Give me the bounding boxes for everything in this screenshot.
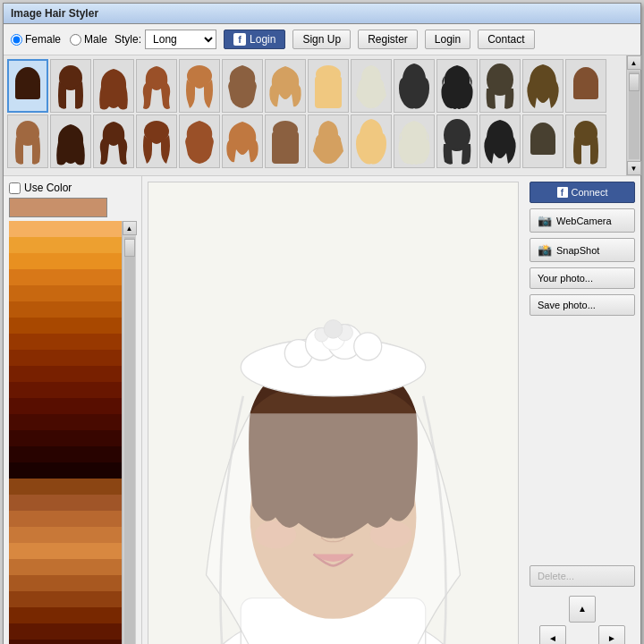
your-photo-button[interactable]: Your photo... bbox=[530, 267, 635, 289]
hair-thumb[interactable] bbox=[136, 59, 177, 113]
hair-thumb[interactable] bbox=[93, 59, 134, 113]
color-swatch-bar[interactable] bbox=[9, 198, 107, 217]
hair-thumb[interactable] bbox=[522, 59, 564, 113]
main-window: Image Hair Styler Female Male Style: Lon… bbox=[3, 3, 641, 644]
hair-thumb[interactable] bbox=[479, 114, 521, 168]
svg-rect-5 bbox=[315, 76, 342, 108]
hair-thumb[interactable] bbox=[50, 59, 91, 113]
fb-login-label: Login bbox=[250, 33, 275, 46]
color-strip[interactable] bbox=[9, 640, 122, 644]
color-strip[interactable] bbox=[9, 543, 122, 559]
hair-thumb[interactable] bbox=[394, 114, 435, 168]
contact-button[interactable]: Contact bbox=[478, 30, 534, 49]
hair-thumb[interactable] bbox=[308, 114, 349, 168]
color-strip[interactable] bbox=[9, 382, 122, 398]
nav-up-button[interactable]: ▲ bbox=[569, 596, 596, 623]
nav-right-button[interactable]: ► bbox=[598, 625, 625, 644]
hair-thumb[interactable] bbox=[265, 59, 306, 113]
color-strip[interactable] bbox=[9, 511, 122, 527]
style-select[interactable]: Long Short Medium Curly Straight bbox=[145, 30, 216, 49]
hair-thumb[interactable] bbox=[436, 114, 478, 168]
spacer bbox=[530, 321, 635, 560]
male-radio[interactable] bbox=[70, 34, 81, 46]
register-button[interactable]: Register bbox=[358, 30, 418, 49]
color-strip[interactable] bbox=[9, 575, 122, 591]
delete-button[interactable]: Delete... bbox=[530, 565, 635, 587]
color-strip[interactable] bbox=[9, 253, 122, 269]
color-strip[interactable] bbox=[9, 495, 122, 511]
color-strip[interactable] bbox=[9, 607, 122, 623]
svg-rect-12 bbox=[272, 131, 299, 164]
hair-thumb[interactable] bbox=[565, 114, 606, 168]
webcam-button[interactable]: 📷 WebCamera bbox=[530, 208, 635, 233]
male-radio-label[interactable]: Male bbox=[70, 33, 107, 46]
color-scroll-up[interactable]: ▲ bbox=[123, 221, 137, 235]
hair-thumb[interactable] bbox=[7, 114, 48, 168]
hair-thumb[interactable] bbox=[308, 59, 349, 113]
nav-left-button[interactable]: ◄ bbox=[539, 625, 566, 644]
hair-thumb[interactable] bbox=[136, 114, 177, 168]
color-strip[interactable] bbox=[9, 462, 122, 479]
login-label: Login bbox=[435, 33, 461, 46]
use-color-row: Use Color bbox=[9, 182, 136, 194]
hair-thumb[interactable] bbox=[394, 59, 435, 113]
color-strip[interactable] bbox=[9, 414, 122, 430]
gallery-scroll-down[interactable]: ▼ bbox=[627, 161, 641, 175]
login-button[interactable]: Login bbox=[425, 30, 470, 49]
nav-empty-1 bbox=[539, 596, 566, 623]
use-color-label: Use Color bbox=[24, 182, 72, 194]
nav-left-icon: ◄ bbox=[548, 633, 557, 643]
fb-login-button[interactable]: f Login bbox=[224, 30, 285, 49]
color-strip[interactable] bbox=[9, 350, 122, 366]
color-strip[interactable] bbox=[9, 301, 122, 318]
color-strip[interactable] bbox=[9, 398, 122, 414]
color-strip[interactable] bbox=[9, 591, 122, 607]
hair-thumbnails bbox=[4, 55, 626, 175]
hair-thumb[interactable] bbox=[222, 114, 263, 168]
color-strip[interactable] bbox=[9, 366, 122, 382]
color-scroll-area: ▲ ▼ bbox=[9, 221, 136, 644]
hair-thumb[interactable] bbox=[351, 59, 392, 113]
color-strip[interactable] bbox=[9, 334, 122, 350]
hair-thumb[interactable] bbox=[565, 59, 606, 113]
fb-small-icon: f bbox=[557, 187, 568, 198]
hair-thumb[interactable] bbox=[7, 59, 48, 113]
fb-connect-button[interactable]: f Connect bbox=[530, 182, 635, 203]
gallery-scroll-thumb[interactable] bbox=[629, 73, 640, 91]
color-strip[interactable] bbox=[9, 237, 122, 253]
color-strip[interactable] bbox=[9, 623, 122, 640]
female-radio[interactable] bbox=[11, 34, 22, 46]
snapshot-button[interactable]: 📸 SnapShot bbox=[530, 238, 635, 262]
fb-icon: f bbox=[233, 33, 246, 46]
signup-button[interactable]: Sign Up bbox=[292, 30, 351, 49]
svg-point-38 bbox=[324, 320, 343, 339]
color-strip[interactable] bbox=[9, 221, 122, 237]
color-strip[interactable] bbox=[9, 269, 122, 285]
female-radio-label[interactable]: Female bbox=[11, 33, 61, 46]
color-strip[interactable] bbox=[9, 479, 122, 495]
hair-thumb[interactable] bbox=[179, 114, 220, 168]
color-strip[interactable] bbox=[9, 446, 122, 462]
hair-thumb[interactable] bbox=[265, 114, 306, 168]
hair-thumb[interactable] bbox=[179, 59, 220, 113]
save-photo-button[interactable]: Save photo... bbox=[530, 294, 635, 316]
gallery-scroll-up[interactable]: ▲ bbox=[627, 55, 641, 70]
hair-thumb[interactable] bbox=[93, 114, 134, 168]
hair-thumb[interactable] bbox=[351, 114, 392, 168]
color-strip[interactable] bbox=[9, 318, 122, 334]
hair-thumb[interactable] bbox=[479, 59, 521, 113]
webcam-label: WebCamera bbox=[556, 216, 612, 226]
color-strip[interactable] bbox=[9, 559, 122, 575]
hair-thumb[interactable] bbox=[50, 114, 91, 168]
use-color-checkbox[interactable] bbox=[9, 182, 21, 194]
nav-up-icon: ▲ bbox=[578, 604, 587, 614]
color-strip[interactable] bbox=[9, 285, 122, 301]
color-strip[interactable] bbox=[9, 527, 122, 543]
hair-thumb[interactable] bbox=[522, 114, 564, 168]
hair-thumb[interactable] bbox=[222, 59, 263, 113]
color-strip[interactable] bbox=[9, 430, 122, 446]
right-panel: f Connect 📷 WebCamera 📸 SnapShot Your ph… bbox=[524, 176, 640, 644]
color-scroll-thumb[interactable] bbox=[124, 239, 135, 257]
hair-thumb[interactable] bbox=[436, 59, 478, 113]
gallery-scroll-track bbox=[629, 72, 640, 159]
